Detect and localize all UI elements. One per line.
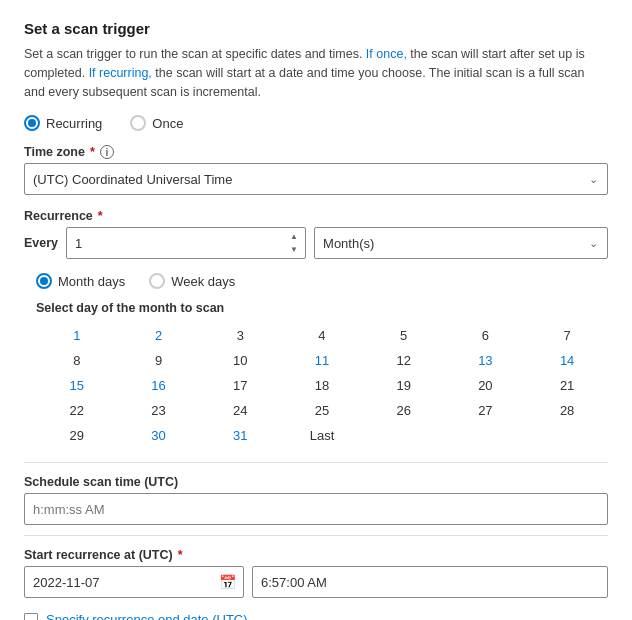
- start-recurrence-section: Start recurrence at (UTC) * 📅: [24, 548, 608, 598]
- day-10[interactable]: 10: [199, 348, 281, 373]
- day-13[interactable]: 13: [445, 348, 527, 373]
- start-date-input[interactable]: [24, 566, 244, 598]
- day-2[interactable]: 2: [118, 323, 200, 348]
- timezone-select-wrapper: (UTC) Coordinated Universal Time ⌄: [24, 163, 608, 195]
- radio-once-circle: [130, 115, 146, 131]
- timezone-info-icon[interactable]: i: [100, 145, 114, 159]
- spin-up-button[interactable]: ▲: [284, 230, 304, 243]
- day-selection-section: Select day of the month to scan 1 2 3 4 …: [24, 301, 608, 448]
- day-21[interactable]: 21: [526, 373, 608, 398]
- calendar-row-4: 22 23 24 25 26 27 28: [36, 398, 608, 423]
- timezone-section: Time zone * i (UTC) Coordinated Universa…: [24, 145, 608, 195]
- trigger-type-group: Recurring Once: [24, 115, 608, 131]
- day-5[interactable]: 5: [363, 323, 445, 348]
- day-11[interactable]: 11: [281, 348, 363, 373]
- timezone-select[interactable]: (UTC) Coordinated Universal Time: [24, 163, 608, 195]
- calendar-grid: 1 2 3 4 5 6 7 8 9 10 11 12 13 14 15 16 1…: [36, 323, 608, 448]
- day-3[interactable]: 3: [199, 323, 281, 348]
- day-7[interactable]: 7: [526, 323, 608, 348]
- schedule-time-section: Schedule scan time (UTC): [24, 475, 608, 525]
- day-8[interactable]: 8: [36, 348, 118, 373]
- page-title: Set a scan trigger: [24, 20, 608, 37]
- day-29[interactable]: 29: [36, 423, 118, 448]
- day-22[interactable]: 22: [36, 398, 118, 423]
- day-14[interactable]: 14: [526, 348, 608, 373]
- day-empty-3: [526, 423, 608, 448]
- day-26[interactable]: 26: [363, 398, 445, 423]
- recurrence-section: Recurrence * Every ▲ ▼ Month(s) Week(s) …: [24, 209, 608, 259]
- end-date-row: Specify recurrence end date (UTC): [24, 612, 608, 620]
- day-type-group: Month days Week days: [36, 273, 608, 289]
- day-4[interactable]: 4: [281, 323, 363, 348]
- radio-recurring[interactable]: Recurring: [24, 115, 102, 131]
- day-12[interactable]: 12: [363, 348, 445, 373]
- radio-month-days[interactable]: Month days: [36, 273, 125, 289]
- day-6[interactable]: 6: [445, 323, 527, 348]
- timezone-label: Time zone * i: [24, 145, 608, 159]
- recurrence-required: *: [98, 209, 103, 223]
- recurrence-period-select[interactable]: Month(s) Week(s) Day(s): [314, 227, 608, 259]
- date-input-wrapper: 📅: [24, 566, 244, 598]
- recurrence-label: Recurrence *: [24, 209, 608, 223]
- day-9[interactable]: 9: [118, 348, 200, 373]
- recurrence-period-wrapper: Month(s) Week(s) Day(s) ⌄: [314, 227, 608, 259]
- spin-down-button[interactable]: ▼: [284, 243, 304, 256]
- spin-buttons: ▲ ▼: [284, 230, 304, 256]
- calendar-row-1: 1 2 3 4 5 6 7: [36, 323, 608, 348]
- calendar-row-3: 15 16 17 18 19 20 21: [36, 373, 608, 398]
- radio-once-label: Once: [152, 116, 183, 131]
- day-20[interactable]: 20: [445, 373, 527, 398]
- radio-once[interactable]: Once: [130, 115, 183, 131]
- day-empty-2: [445, 423, 527, 448]
- start-recurrence-required: *: [178, 548, 183, 562]
- day-17[interactable]: 17: [199, 373, 281, 398]
- page-description: Set a scan trigger to run the scan at sp…: [24, 45, 608, 101]
- radio-recurring-circle: [24, 115, 40, 131]
- day-15[interactable]: 15: [36, 373, 118, 398]
- day-23[interactable]: 23: [118, 398, 200, 423]
- timezone-required: *: [90, 145, 95, 159]
- radio-month-days-label: Month days: [58, 274, 125, 289]
- day-25[interactable]: 25: [281, 398, 363, 423]
- start-time-input[interactable]: [252, 566, 608, 598]
- recurrence-number-wrapper: ▲ ▼: [66, 227, 306, 259]
- radio-week-days-label: Week days: [171, 274, 235, 289]
- every-label: Every: [24, 236, 58, 250]
- radio-week-days[interactable]: Week days: [149, 273, 235, 289]
- day-27[interactable]: 27: [445, 398, 527, 423]
- end-date-label[interactable]: Specify recurrence end date (UTC): [46, 612, 248, 620]
- day-24[interactable]: 24: [199, 398, 281, 423]
- start-recurrence-label: Start recurrence at (UTC) *: [24, 548, 608, 562]
- day-last[interactable]: Last: [281, 423, 363, 448]
- radio-recurring-label: Recurring: [46, 116, 102, 131]
- day-empty-1: [363, 423, 445, 448]
- day-30[interactable]: 30: [118, 423, 200, 448]
- recurrence-number-input[interactable]: [66, 227, 306, 259]
- end-date-checkbox[interactable]: [24, 613, 38, 620]
- day-19[interactable]: 19: [363, 373, 445, 398]
- radio-week-days-circle: [149, 273, 165, 289]
- day-31[interactable]: 31: [199, 423, 281, 448]
- radio-month-days-circle: [36, 273, 52, 289]
- schedule-time-input[interactable]: [24, 493, 608, 525]
- recurrence-row: Every ▲ ▼ Month(s) Week(s) Day(s) ⌄: [24, 227, 608, 259]
- calendar-row-2: 8 9 10 11 12 13 14: [36, 348, 608, 373]
- start-recurrence-row: 📅: [24, 566, 608, 598]
- day-28[interactable]: 28: [526, 398, 608, 423]
- divider-1: [24, 462, 608, 463]
- select-day-label: Select day of the month to scan: [36, 301, 608, 315]
- day-1[interactable]: 1: [36, 323, 118, 348]
- calendar-row-5: 29 30 31 Last: [36, 423, 608, 448]
- schedule-time-label: Schedule scan time (UTC): [24, 475, 608, 489]
- day-16[interactable]: 16: [118, 373, 200, 398]
- divider-2: [24, 535, 608, 536]
- day-18[interactable]: 18: [281, 373, 363, 398]
